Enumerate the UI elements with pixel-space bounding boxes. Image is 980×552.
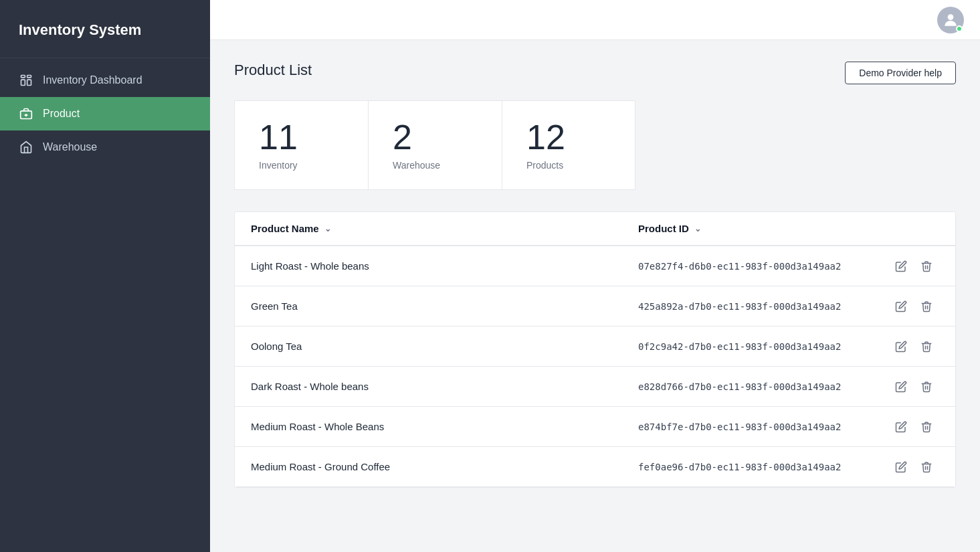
row-actions <box>892 378 939 395</box>
stat-label-inventory: Inventory <box>259 160 298 171</box>
page-title: Product List <box>234 62 312 79</box>
user-avatar-button[interactable] <box>937 7 964 33</box>
svg-rect-1 <box>27 76 31 78</box>
product-name-cell: Dark Roast - Whole beans <box>251 381 638 392</box>
product-id-cell: fef0ae96-d7b0-ec11-983f-000d3a149aa2 <box>638 462 892 472</box>
product-table: Product Name ⌄ Product ID ⌄ Light Roast … <box>234 211 956 488</box>
dashboard-icon <box>19 73 33 88</box>
edit-button[interactable] <box>892 458 910 476</box>
delete-button[interactable] <box>918 418 935 436</box>
product-name-cell: Oolong Tea <box>251 341 638 352</box>
delete-button[interactable] <box>918 258 935 275</box>
edit-button[interactable] <box>892 298 910 315</box>
main-content: Product List Demo Provider help 11 Inven… <box>210 0 980 552</box>
table-row: Medium Roast - Whole Beans e874bf7e-d7b0… <box>235 407 955 447</box>
product-id-cell: 0f2c9a42-d7b0-ec11-983f-000d3a149aa2 <box>638 341 892 352</box>
edit-button[interactable] <box>892 378 910 395</box>
topbar <box>210 0 980 40</box>
product-icon <box>19 106 33 121</box>
sidebar-label-inventory-dashboard: Inventory Dashboard <box>43 74 142 86</box>
table-row: Light Roast - Whole beans 07e827f4-d6b0-… <box>235 246 955 286</box>
table-header: Product Name ⌄ Product ID ⌄ <box>235 212 955 246</box>
sidebar-label-product: Product <box>43 108 80 120</box>
stat-card-inventory: 11 Inventory <box>234 100 368 190</box>
svg-rect-0 <box>21 76 25 78</box>
delete-button[interactable] <box>918 378 935 395</box>
stat-label-products: Products <box>526 160 563 171</box>
product-id-cell: 425a892a-d7b0-ec11-983f-000d3a149aa2 <box>638 301 892 312</box>
stat-number-warehouse: 2 <box>393 120 412 155</box>
stat-card-warehouse: 2 Warehouse <box>368 100 502 190</box>
table-row: Oolong Tea 0f2c9a42-d7b0-ec11-983f-000d3… <box>235 327 955 367</box>
delete-button[interactable] <box>918 338 935 355</box>
product-name-cell: Green Tea <box>251 300 638 312</box>
product-id-cell: 07e827f4-d6b0-ec11-983f-000d3a149aa2 <box>638 261 892 272</box>
product-name-cell: Light Roast - Whole beans <box>251 260 638 272</box>
sidebar-nav: Inventory Dashboard Product <box>0 58 210 164</box>
sidebar-item-product[interactable]: Product <box>0 97 210 130</box>
product-name-cell: Medium Roast - Whole Beans <box>251 421 638 432</box>
sort-chevron-product: ⌄ <box>324 224 331 234</box>
content-area: Product List Demo Provider help 11 Inven… <box>210 40 980 552</box>
edit-button[interactable] <box>892 258 910 275</box>
table-row: Medium Roast - Ground Coffee fef0ae96-d7… <box>235 447 955 487</box>
stat-number-products: 12 <box>526 120 565 155</box>
product-id-cell: e828d766-d7b0-ec11-983f-000d3a149aa2 <box>638 381 892 392</box>
edit-button[interactable] <box>892 418 910 436</box>
warehouse-icon <box>19 140 33 155</box>
svg-point-7 <box>948 14 954 20</box>
sidebar-item-warehouse[interactable]: Warehouse <box>0 130 210 164</box>
delete-button[interactable] <box>918 298 935 315</box>
row-actions <box>892 418 939 436</box>
sort-chevron-id: ⌄ <box>694 224 701 234</box>
stat-number-inventory: 11 <box>259 120 298 155</box>
col-header-product-name[interactable]: Product Name ⌄ <box>251 223 638 234</box>
table-row: Dark Roast - Whole beans e828d766-d7b0-e… <box>235 367 955 407</box>
edit-button[interactable] <box>892 338 910 355</box>
app-title: Inventory System <box>0 0 210 58</box>
delete-button[interactable] <box>918 458 935 476</box>
stat-label-warehouse: Warehouse <box>393 160 440 171</box>
svg-rect-3 <box>27 80 31 85</box>
sidebar-label-warehouse: Warehouse <box>43 141 97 153</box>
product-id-cell: e874bf7e-d7b0-ec11-983f-000d3a149aa2 <box>638 422 892 432</box>
row-actions <box>892 458 939 476</box>
sidebar-item-inventory-dashboard[interactable]: Inventory Dashboard <box>0 64 210 97</box>
product-name-cell: Medium Roast - Ground Coffee <box>251 461 638 472</box>
stat-card-products: 12 Products <box>502 100 635 190</box>
row-actions <box>892 258 939 275</box>
row-actions <box>892 338 939 355</box>
sidebar: Inventory System Inventory Dashboard <box>0 0 210 552</box>
stats-row: 11 Inventory 2 Warehouse 12 Products <box>234 100 956 190</box>
row-actions <box>892 298 939 315</box>
table-row: Green Tea 425a892a-d7b0-ec11-983f-000d3a… <box>235 286 955 327</box>
table-body: Light Roast - Whole beans 07e827f4-d6b0-… <box>235 246 955 487</box>
page-header: Product List Demo Provider help <box>234 62 956 84</box>
svg-rect-2 <box>21 80 25 85</box>
online-indicator <box>956 25 963 32</box>
col-header-product-id[interactable]: Product ID ⌄ <box>638 223 892 234</box>
demo-provider-button[interactable]: Demo Provider help <box>845 62 956 84</box>
